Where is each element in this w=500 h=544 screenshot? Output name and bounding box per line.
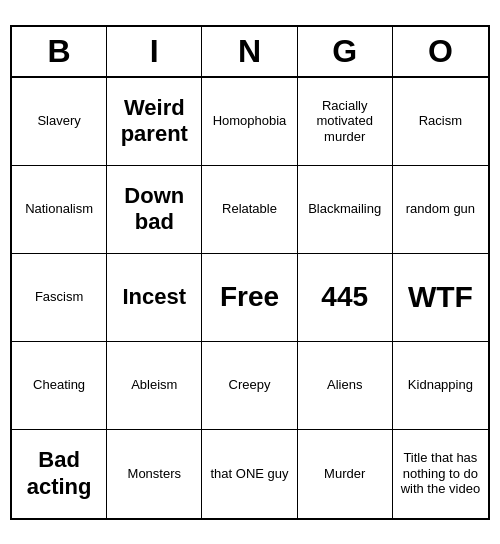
bingo-cell-19: Kidnapping	[393, 342, 488, 430]
bingo-cell-12: Free	[202, 254, 297, 342]
bingo-cell-14: WTF	[393, 254, 488, 342]
header-letter-n: N	[202, 27, 297, 76]
bingo-cell-6: Down bad	[107, 166, 202, 254]
bingo-cell-24: Title that has nothing to do with the vi…	[393, 430, 488, 518]
bingo-grid: SlaveryWeird parentHomophobiaRacially mo…	[12, 78, 488, 518]
header-letter-g: G	[298, 27, 393, 76]
bingo-cell-17: Creepy	[202, 342, 297, 430]
bingo-cell-13: 445	[298, 254, 393, 342]
bingo-cell-8: Blackmailing	[298, 166, 393, 254]
bingo-cell-4: Racism	[393, 78, 488, 166]
bingo-cell-23: Murder	[298, 430, 393, 518]
bingo-cell-22: that ONE guy	[202, 430, 297, 518]
bingo-card: BINGO SlaveryWeird parentHomophobiaRacia…	[10, 25, 490, 520]
bingo-cell-7: Relatable	[202, 166, 297, 254]
bingo-cell-20: Bad acting	[12, 430, 107, 518]
bingo-cell-2: Homophobia	[202, 78, 297, 166]
bingo-cell-15: Cheating	[12, 342, 107, 430]
bingo-header: BINGO	[12, 27, 488, 78]
header-letter-o: O	[393, 27, 488, 76]
header-letter-b: B	[12, 27, 107, 76]
bingo-cell-16: Ableism	[107, 342, 202, 430]
header-letter-i: I	[107, 27, 202, 76]
bingo-cell-1: Weird parent	[107, 78, 202, 166]
bingo-cell-3: Racially motivated murder	[298, 78, 393, 166]
bingo-cell-10: Fascism	[12, 254, 107, 342]
bingo-cell-18: Aliens	[298, 342, 393, 430]
bingo-cell-21: Monsters	[107, 430, 202, 518]
bingo-cell-0: Slavery	[12, 78, 107, 166]
bingo-cell-9: random gun	[393, 166, 488, 254]
bingo-cell-5: Nationalism	[12, 166, 107, 254]
bingo-cell-11: Incest	[107, 254, 202, 342]
